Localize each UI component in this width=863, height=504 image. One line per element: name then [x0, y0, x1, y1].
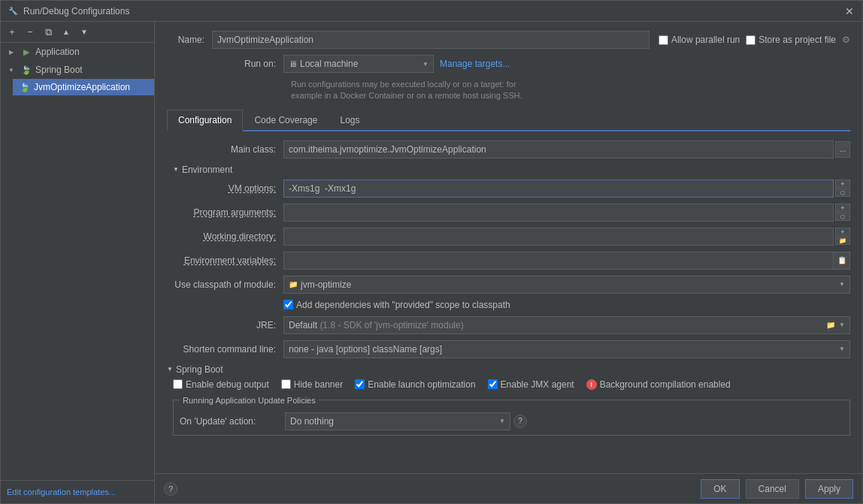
window-icon: 🔧: [7, 5, 19, 17]
expand-triangle-icon: ▼: [5, 64, 17, 76]
add-config-button[interactable]: +: [4, 24, 20, 41]
help-text-line1: Run configurations may be executed local…: [291, 80, 516, 89]
vm-options-input[interactable]: [283, 180, 834, 198]
local-machine-icon: 🖥: [289, 59, 297, 68]
classpath-dropdown[interactable]: 📁 jvm-optimize ▼: [283, 276, 850, 294]
on-update-value: Do nothing: [290, 416, 499, 427]
enable-jmx-label[interactable]: Enable JMX agent: [488, 379, 574, 390]
window-title: Run/Debug Configurations: [23, 6, 843, 17]
sidebar-item-jvm-optimize[interactable]: 🍃 JvmOptimizeApplication: [13, 79, 154, 95]
close-button[interactable]: ✕: [843, 5, 856, 18]
tab-configuration[interactable]: Configuration: [167, 110, 243, 131]
copy-config-button[interactable]: ⧉: [40, 24, 56, 41]
shorten-cmd-label: Shorten command line:: [167, 344, 283, 355]
sidebar-item-application[interactable]: ▶ ▶ Application: [1, 43, 154, 61]
jre-dropdown[interactable]: Default (1.8 - SDK of 'jvm-optimize' mod…: [283, 316, 850, 334]
name-input[interactable]: [212, 31, 650, 49]
jre-folder-button[interactable]: 📁: [822, 316, 839, 334]
form-area: Name: Allow parallel run Store as projec…: [155, 22, 862, 473]
allow-parallel-run-checkbox-label[interactable]: Allow parallel run: [659, 35, 740, 45]
on-update-label: On 'Update' action:: [180, 416, 285, 427]
env-vars-input[interactable]: [283, 252, 834, 270]
working-dir-folder-button[interactable]: 📁: [835, 237, 850, 245]
add-deps-checkbox-label[interactable]: Add dependencies with "provided" scope t…: [283, 300, 510, 310]
enable-debug-output-checkbox[interactable]: [173, 379, 183, 389]
cancel-button[interactable]: Cancel: [746, 479, 799, 499]
spring-boot-icon: 🍃: [20, 64, 32, 76]
main-class-browse-button[interactable]: ...: [835, 141, 850, 158]
working-dir-input[interactable]: [283, 228, 834, 246]
add-deps-checkbox[interactable]: [283, 300, 293, 309]
help-button[interactable]: ?: [164, 482, 177, 496]
tabs-bar: Configuration Code Coverage Logs: [167, 110, 850, 131]
enable-jmx-text: Enable JMX agent: [501, 379, 574, 390]
edit-templates-link[interactable]: Edit configuration templates...: [7, 487, 116, 496]
enable-launch-opt-label[interactable]: Enable launch optimization: [355, 379, 475, 390]
working-dir-plus-button[interactable]: +: [835, 228, 850, 236]
tab-logs[interactable]: Logs: [329, 110, 371, 130]
enable-launch-opt-checkbox[interactable]: [355, 379, 365, 389]
sidebar: + − ⧉ ▲ ▼ ▶ ▶ Application ▼ 🍃 Spring Boo…: [1, 22, 155, 503]
bg-compilation-label: Background compilation enabled: [600, 379, 731, 390]
shorten-cmd-dropdown[interactable]: none - java [options] className [args] ▼: [283, 340, 850, 358]
sidebar-toolbar: + − ⧉ ▲ ▼: [1, 22, 154, 43]
store-as-project-file-checkbox-label[interactable]: Store as project file: [746, 35, 836, 45]
enable-debug-output-text: Enable debug output: [186, 379, 269, 390]
classpath-icon: 📁: [289, 280, 298, 288]
spring-boot-section: ▼ Spring Boot Enable debug output Hide b…: [167, 364, 850, 436]
classpath-dropdown-arrow: ▼: [839, 281, 845, 288]
store-gear-icon: ⚙: [842, 35, 850, 45]
remove-config-button[interactable]: −: [22, 24, 38, 41]
jre-label: JRE:: [167, 320, 283, 330]
bottom-bar: ? OK Cancel Apply: [155, 473, 862, 503]
shorten-cmd-dropdown-arrow: ▼: [839, 346, 845, 352]
spring-boot-group-label: Spring Boot: [35, 65, 83, 75]
spring-boot-section-header[interactable]: ▼ Spring Boot: [167, 364, 850, 375]
on-update-dropdown[interactable]: Do nothing ▼: [285, 412, 510, 430]
vm-options-expand-button[interactable]: ⬡: [835, 189, 850, 197]
run-on-row: Run on: 🖥 Local machine ▼ Manage targets…: [167, 55, 850, 73]
bg-compilation-icon: !: [586, 379, 597, 390]
ok-button[interactable]: OK: [701, 479, 739, 499]
allow-parallel-run-checkbox[interactable]: [659, 35, 668, 45]
jre-row: JRE: Default (1.8 - SDK of 'jvm-optimize…: [167, 316, 850, 334]
run-on-value: Local machine: [300, 59, 422, 69]
program-args-row: Program arguments: + ⬡: [167, 204, 850, 222]
jre-dropdown-arrow: ▼: [839, 321, 845, 328]
vm-options-row: VM options: + ⬡: [167, 180, 850, 198]
help-text-line2: example in a Docker Container or on a re…: [291, 91, 522, 100]
program-args-input[interactable]: [283, 204, 834, 222]
environment-triangle-icon: ▼: [173, 166, 179, 173]
move-config-down-button[interactable]: ▼: [76, 24, 92, 41]
env-vars-browse-button[interactable]: 📋: [834, 252, 850, 270]
enable-jmx-checkbox[interactable]: [488, 379, 498, 389]
apply-button[interactable]: Apply: [805, 479, 853, 499]
manage-targets-link[interactable]: Manage targets...: [440, 59, 510, 69]
main-class-input[interactable]: [283, 140, 834, 158]
tab-code-coverage[interactable]: Code Coverage: [243, 110, 329, 130]
environment-section-header[interactable]: ▼ Environment: [173, 164, 850, 175]
program-args-label: Program arguments:: [167, 207, 283, 218]
run-on-select[interactable]: 🖥 Local machine ▼: [283, 55, 434, 73]
enable-debug-output-label[interactable]: Enable debug output: [173, 379, 269, 390]
vm-options-plus-button[interactable]: +: [835, 180, 850, 188]
title-bar-controls: ✕: [843, 5, 856, 18]
spring-boot-checkboxes: Enable debug output Hide banner Enable l…: [173, 379, 850, 390]
application-label: Application: [35, 47, 80, 57]
bg-compilation-indicator: ! Background compilation enabled: [586, 379, 731, 390]
program-args-expand-button[interactable]: ⬡: [835, 213, 850, 221]
sidebar-item-spring-boot[interactable]: ▼ 🍃 Spring Boot: [1, 61, 154, 79]
move-config-up-button[interactable]: ▲: [58, 24, 74, 41]
hide-banner-checkbox[interactable]: [281, 379, 291, 389]
hide-banner-label[interactable]: Hide banner: [281, 379, 343, 390]
run-on-dropdown-arrow: ▼: [422, 61, 428, 68]
program-args-plus-button[interactable]: +: [835, 204, 850, 212]
working-dir-label: Working directory:: [167, 231, 283, 242]
on-update-help-button[interactable]: ?: [513, 415, 527, 428]
store-as-project-file-checkbox[interactable]: [746, 35, 756, 45]
sidebar-footer: Edit configuration templates...: [1, 480, 154, 503]
shorten-cmd-value: none - java [options] className [args]: [289, 344, 839, 355]
classpath-label: Use classpath of module:: [167, 279, 283, 290]
enable-launch-opt-text: Enable launch optimization: [368, 379, 475, 390]
env-vars-row: Environment variables: 📋: [167, 252, 850, 270]
